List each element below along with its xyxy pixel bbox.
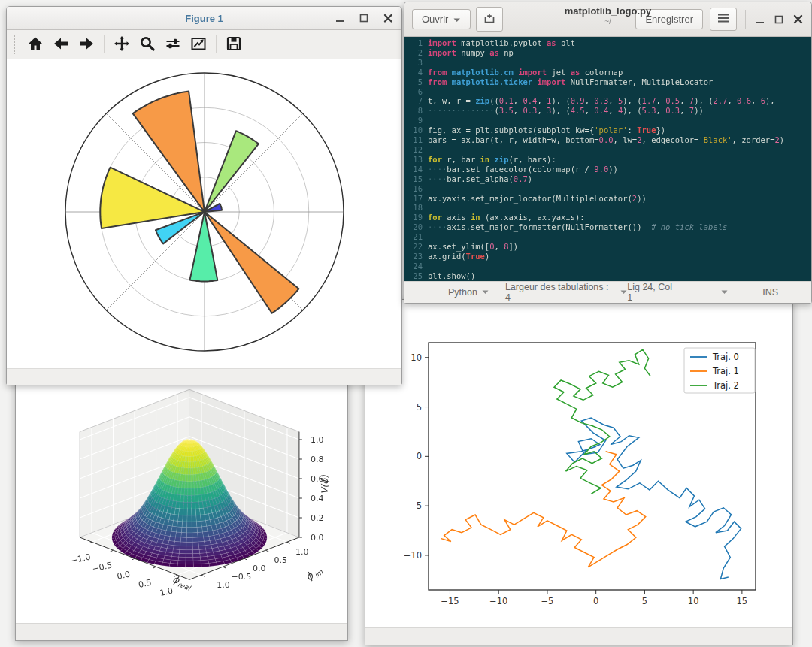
x-tick-label: 10: [688, 596, 699, 606]
code-token: 9.0: [594, 165, 608, 174]
language-label: Python: [448, 287, 477, 298]
line-number: 2: [404, 48, 423, 58]
code-token: )): [608, 165, 618, 174]
code-token: 0.3: [665, 106, 680, 115]
editor-close-button[interactable]: [792, 14, 804, 26]
line-number: 19: [404, 213, 423, 222]
code-token: ,: [656, 106, 666, 115]
figure-canvas[interactable]: [7, 59, 401, 368]
new-document-button[interactable]: [476, 7, 503, 32]
line-number: 12: [404, 145, 423, 155]
code-line: 21: [404, 232, 811, 242]
code-token: 0.7: [514, 174, 528, 183]
figure-minimize-button[interactable]: [334, 12, 346, 24]
code-token: zip: [495, 155, 509, 164]
toolbar-drag-handle[interactable]: [13, 35, 17, 54]
code-token: ax.grid(: [428, 252, 466, 261]
x-tick-label: 5: [642, 596, 647, 606]
subplots-button[interactable]: [187, 33, 210, 56]
line-number: 3: [404, 58, 423, 68]
x-tick-label: −10: [489, 596, 508, 606]
toolbar-separator: [104, 35, 105, 53]
code-token: 0.6: [737, 96, 751, 105]
code-token: 0.3: [594, 96, 608, 105]
open-button[interactable]: Ouvrir: [412, 9, 471, 29]
toolbar-separator: [216, 35, 217, 53]
line-number: 10: [404, 125, 423, 135]
editor-maximize-button[interactable]: [773, 14, 785, 26]
line-number: 6: [404, 87, 423, 97]
code-editor-area[interactable]: 1import matplotlib.pyplot as plt2import …: [404, 37, 811, 282]
code-token: ····: [428, 165, 447, 174]
zoom-button[interactable]: [136, 33, 159, 56]
code-token: as: [571, 68, 580, 77]
code-text: ax.grid(True): [428, 252, 489, 262]
polar-bar-chart: [7, 59, 401, 368]
x-tick-label: −15: [441, 596, 459, 606]
surface3d-canvas[interactable]: [16, 376, 347, 622]
code-token: ,: [608, 106, 618, 115]
y-tick-label: −10: [404, 550, 422, 561]
code-token: matplotlib.cm: [452, 68, 514, 77]
code-line: 7t, w, r = zip((0.1, 0.4, 1), (0.9, 0.3,…: [404, 96, 811, 106]
menu-button[interactable]: [710, 8, 737, 31]
forward-button[interactable]: [75, 33, 98, 56]
code-token: bar.set_alpha(: [447, 174, 514, 183]
code-text: from matplotlib.ticker import NullFormat…: [428, 77, 713, 87]
figure-close-button[interactable]: [382, 12, 394, 24]
code-token: [641, 222, 651, 231]
cursor-position[interactable]: Lig 24, Col 1: [627, 282, 680, 303]
figure-maximize-button[interactable]: [358, 12, 370, 24]
code-token: 0.4: [594, 106, 608, 115]
code-token: , zorder=: [732, 135, 775, 144]
code-token: ,: [585, 96, 595, 105]
code-line: 15····bar.set_alpha(0.7): [404, 174, 811, 184]
code-text: for axis in (ax.xaxis, ax.yaxis):: [428, 213, 585, 222]
code-line: 13for r, bar in zip(r, bars):: [404, 155, 811, 165]
editor-headerbar[interactable]: Ouvrir matplotlib_logo.py ~/ Enregistrer: [404, 2, 811, 37]
code-token: ): [528, 174, 532, 183]
line-number: 9: [404, 116, 423, 125]
pan-button[interactable]: [111, 33, 133, 56]
trajectories-chart[interactable]: −15−10−5051015−10−50510Traj. 0Traj. 1Tra…: [365, 300, 792, 611]
code-token: )): [694, 106, 704, 115]
legend-label: Traj. 0: [712, 352, 739, 362]
code-token: 4.5: [571, 106, 585, 115]
home-button[interactable]: [24, 33, 47, 56]
code-line: 4from matplotlib.cm import jet as colorm…: [404, 68, 811, 77]
figure-titlebar[interactable]: Figure 1: [7, 7, 401, 30]
code-token: in: [471, 213, 480, 222]
statusbar-dropdown[interactable]: [721, 290, 728, 295]
save-button[interactable]: Enregistrer: [635, 9, 703, 29]
caret-down-icon: [721, 290, 728, 295]
back-button[interactable]: [50, 33, 72, 56]
code-token: ): [485, 252, 489, 261]
code-token: import: [518, 68, 547, 77]
code-line: 20····axis.set_major_formatter(NullForma…: [404, 222, 811, 232]
code-token: np: [499, 48, 514, 57]
y-tick-label: 0: [417, 451, 422, 461]
code-token: 0.3: [523, 106, 537, 115]
line-number: 13: [404, 155, 423, 165]
code-token: (ax.xaxis, ax.yaxis):: [480, 213, 585, 222]
code-token: import: [537, 77, 565, 86]
code-token: fig, ax = plt.subplots(subplot_kw={: [428, 125, 594, 135]
code-line: 25plt.show(): [404, 271, 811, 281]
language-selector[interactable]: Python: [448, 287, 489, 298]
figure-title: Figure 1: [185, 13, 223, 24]
code-token: bar.set_facecolor(colormap(r /: [447, 165, 594, 174]
sliders-button[interactable]: [162, 33, 184, 56]
code-line: 8··············(3.5, 0.3, 3), (4.5, 0.4,…: [404, 106, 811, 116]
tab-width-selector[interactable]: Largeur des tabulations : 4: [505, 282, 627, 303]
line-number: 18: [404, 203, 423, 213]
code-text: bars = ax.bar(t, r, width=w, bottom=0.0,…: [428, 135, 784, 145]
save-button[interactable]: [223, 33, 245, 56]
editor-minimize-button[interactable]: [754, 14, 766, 26]
trajectory-line: [441, 452, 646, 567]
code-token: 0.0: [599, 135, 614, 144]
code-token: ,: [751, 96, 761, 105]
code-token: import: [428, 38, 456, 47]
line-number: 16: [404, 184, 423, 194]
x-tick-label: 0: [593, 596, 598, 606]
tab-width-label: Largeur des tabulations : 4: [505, 282, 616, 303]
